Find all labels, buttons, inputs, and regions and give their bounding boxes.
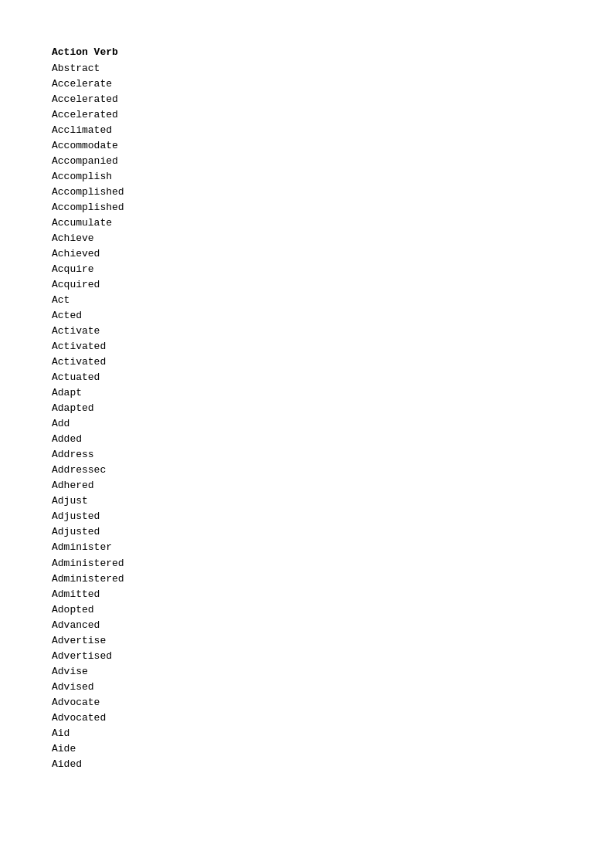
list-item: Activated bbox=[52, 339, 562, 354]
list-item: Actuated bbox=[52, 370, 562, 385]
list-item: Aided bbox=[52, 757, 562, 772]
list-item: Address bbox=[52, 447, 562, 463]
list-item: Accomplished bbox=[52, 200, 562, 215]
list-item: Aid bbox=[52, 726, 562, 741]
word-list: AbstractAccelerateAcceleratedAccelerated… bbox=[52, 61, 562, 772]
list-item: Add bbox=[52, 416, 562, 432]
list-item: Advise bbox=[52, 664, 562, 680]
list-item: Admitted bbox=[52, 587, 562, 602]
list-item: Advertise bbox=[52, 633, 562, 649]
list-item: Administer bbox=[52, 540, 562, 555]
list-item: Adapted bbox=[52, 401, 562, 416]
list-item: Advanced bbox=[52, 618, 562, 633]
list-item: Acquired bbox=[52, 277, 562, 293]
list-item: Accumulate bbox=[52, 215, 562, 231]
list-item: Accomplish bbox=[52, 169, 562, 185]
list-item: Accommodate bbox=[52, 138, 562, 154]
list-item: Acted bbox=[52, 308, 562, 324]
list-item: Accelerated bbox=[52, 107, 562, 123]
list-item: Acclimated bbox=[52, 123, 562, 138]
list-item: Achieve bbox=[52, 231, 562, 246]
list-item: Adjusted bbox=[52, 524, 562, 540]
list-item: Adhered bbox=[52, 478, 562, 493]
list-item: Accelerate bbox=[52, 76, 562, 92]
list-item: Advocated bbox=[52, 710, 562, 726]
list-item: Adapt bbox=[52, 385, 562, 401]
column-header: Action Verb bbox=[52, 46, 562, 58]
list-item: Abstract bbox=[52, 61, 562, 76]
list-item: Acquire bbox=[52, 262, 562, 277]
list-item: Adjusted bbox=[52, 509, 562, 524]
list-item: Accomplished bbox=[52, 185, 562, 200]
list-item: Advertised bbox=[52, 649, 562, 664]
list-item: Addressec bbox=[52, 463, 562, 478]
list-item: Advocate bbox=[52, 695, 562, 710]
list-item: Administered bbox=[52, 556, 562, 571]
list-item: Accompanied bbox=[52, 154, 562, 169]
list-item: Achieved bbox=[52, 246, 562, 262]
list-item: Activated bbox=[52, 354, 562, 370]
list-item: Adjust bbox=[52, 493, 562, 509]
list-item: Activate bbox=[52, 324, 562, 339]
list-item: Adopted bbox=[52, 602, 562, 618]
list-item: Aide bbox=[52, 741, 562, 757]
list-item: Accelerated bbox=[52, 92, 562, 107]
list-item: Advised bbox=[52, 680, 562, 695]
list-item: Administered bbox=[52, 571, 562, 587]
list-item: Added bbox=[52, 432, 562, 447]
list-item: Act bbox=[52, 293, 562, 308]
